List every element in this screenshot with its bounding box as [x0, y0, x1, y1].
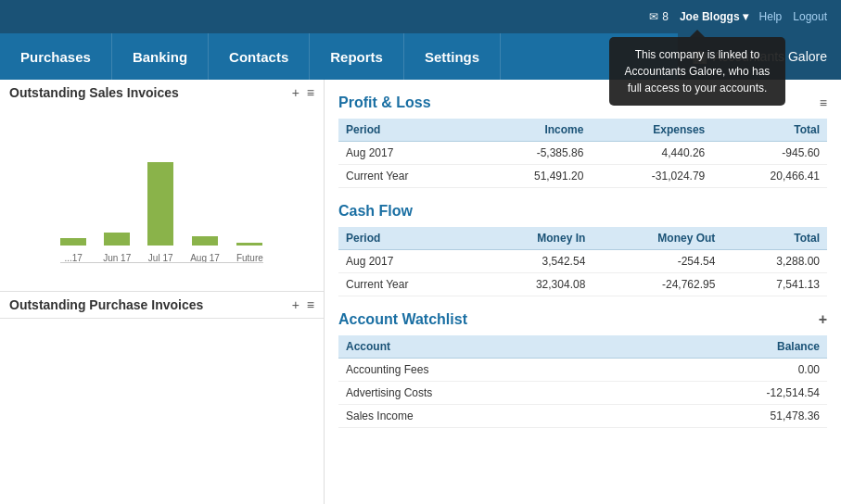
cf-money-in-1: 32,304.08	[478, 273, 593, 296]
wl-balance-0: 0.00	[631, 359, 827, 382]
profit-loss-table: Period Income Expenses Total Aug 2017 -5…	[338, 119, 827, 188]
pl-total-1: 20,466.41	[712, 165, 827, 188]
cash-flow-section: Cash Flow Period Money In Money Out Tota…	[338, 203, 827, 296]
cash-flow-title: Cash Flow	[338, 203, 827, 220]
purchases-widget-header: Outstanding Purchase Invoices + ≡	[0, 292, 324, 318]
cf-money-out-0: -254.54	[593, 250, 722, 273]
grid-icon[interactable]: ≡	[307, 85, 314, 100]
wl-row-1: Advertising Costs -12,514.54	[338, 382, 827, 405]
grid-icon-purchases[interactable]: ≡	[307, 297, 314, 312]
mail-icon: ✉	[649, 10, 658, 23]
wl-row-0: Accounting Fees 0.00	[338, 359, 827, 382]
top-bar: ✉ 8 Joe Bloggs ▾ Help Logout	[0, 0, 841, 33]
message-count: 8	[662, 10, 669, 23]
purchases-widget-title: Outstanding Purchase Invoices	[9, 297, 203, 312]
watchlist-label: Account Watchlist	[338, 311, 467, 328]
pl-row-0: Aug 2017 -5,385.86 4,440.26 -945.60	[338, 142, 827, 165]
message-area[interactable]: ✉ 8	[649, 10, 669, 23]
nav-purchases[interactable]: Purchases	[0, 33, 112, 80]
pl-col-income: Income	[477, 119, 592, 142]
wl-account-0[interactable]: Accounting Fees	[338, 359, 631, 382]
wl-col-balance: Balance	[631, 335, 827, 359]
wl-header-row: Account Balance	[338, 335, 827, 359]
cf-col-money-out: Money Out	[593, 227, 722, 250]
bar-group-3: Aug 17	[190, 236, 220, 263]
cash-flow-table: Period Money In Money Out Total Aug 2017…	[338, 227, 827, 296]
wl-account-1[interactable]: Advertising Costs	[338, 382, 631, 405]
purchases-widget: Outstanding Purchase Invoices + ≡	[0, 292, 324, 319]
chart-axis	[60, 262, 263, 263]
sales-widget: Outstanding Sales Invoices + ≡ ...17 Jun…	[0, 80, 324, 292]
cf-col-period: Period	[338, 227, 478, 250]
profit-loss-section: Profit & Loss ≡ Period Income Expenses T…	[338, 94, 827, 188]
username-dropdown[interactable]: Joe Bloggs ▾	[680, 10, 748, 23]
wl-row-2: Sales Income 51,478.36	[338, 405, 827, 428]
cf-total-1: 7,541.13	[722, 273, 827, 296]
pl-period-1: Current Year	[338, 165, 477, 188]
sales-widget-title: Outstanding Sales Invoices	[9, 85, 179, 100]
bar-group-2: Jul 17	[147, 162, 173, 263]
left-panel: Outstanding Sales Invoices + ≡ ...17 Jun…	[0, 80, 325, 504]
pl-row-1: Current Year 51,491.20 -31,024.79 20,466…	[338, 165, 827, 188]
cf-row-1: Current Year 32,304.08 -24,762.95 7,541.…	[338, 273, 827, 296]
watchlist-section: Account Watchlist + Account Balance Acco…	[338, 311, 827, 428]
bar-2	[147, 162, 173, 246]
tooltip-text: This company is linked to Accountants Ga…	[625, 48, 771, 94]
wl-balance-2: 51,478.36	[631, 405, 827, 428]
wl-col-account: Account	[338, 335, 631, 359]
bar-3	[192, 236, 218, 246]
cf-col-total: Total	[722, 227, 827, 250]
logout-link[interactable]: Logout	[793, 10, 827, 23]
watchlist-table: Account Balance Accounting Fees 0.00 Adv…	[338, 335, 827, 428]
pl-income-1: 51,491.20	[477, 165, 592, 188]
bar-group-1: Jun 17	[103, 233, 131, 263]
cf-money-out-1: -24,762.95	[593, 273, 722, 296]
chart-bars: ...17 Jun 17 Jul 17 Aug 17	[60, 133, 263, 282]
bar-0	[60, 238, 86, 246]
nav-reports[interactable]: Reports	[310, 33, 404, 80]
plus-icon-purchases[interactable]: +	[292, 297, 299, 312]
pl-period-0: Aug 2017	[338, 142, 477, 165]
nav-settings[interactable]: Settings	[404, 33, 501, 80]
right-panel: Profit & Loss ≡ Period Income Expenses T…	[325, 80, 841, 504]
bar-group-0: ...17	[60, 238, 86, 263]
cf-period-0: Aug 2017	[338, 250, 478, 273]
pl-col-total: Total	[712, 119, 827, 142]
tooltip-arrow	[690, 30, 705, 37]
wl-account-2[interactable]: Sales Income	[338, 405, 631, 428]
bar-group-4: Future	[236, 243, 263, 263]
cf-period-1: Current Year	[338, 273, 478, 296]
add-watchlist-icon[interactable]: +	[819, 311, 827, 328]
bar-4	[236, 243, 262, 246]
pl-expenses-1: -31,024.79	[591, 165, 712, 188]
username-label: Joe Bloggs	[680, 10, 740, 23]
accountants-tooltip: This company is linked to Accountants Ga…	[609, 37, 785, 106]
profit-loss-header-row: Period Income Expenses Total	[338, 119, 827, 142]
sales-widget-icons: + ≡	[292, 85, 314, 100]
nav-banking[interactable]: Banking	[112, 33, 209, 80]
chevron-down-icon: ▾	[743, 10, 748, 23]
pl-expenses-0: 4,440.26	[591, 142, 712, 165]
cf-row-0: Aug 2017 3,542.54 -254.54 3,288.00	[338, 250, 827, 273]
cf-col-money-in: Money In	[478, 227, 593, 250]
plus-icon[interactable]: +	[292, 85, 299, 100]
cf-money-in-0: 3,542.54	[478, 250, 593, 273]
pl-income-0: -5,385.86	[477, 142, 592, 165]
pl-col-expenses: Expenses	[591, 119, 712, 142]
cf-header-row: Period Money In Money Out Total	[338, 227, 827, 250]
profit-loss-label: Profit & Loss	[338, 94, 431, 111]
profit-loss-grid-icon[interactable]: ≡	[820, 95, 827, 110]
sales-chart: ...17 Jun 17 Jul 17 Aug 17	[0, 106, 324, 291]
help-link[interactable]: Help	[759, 10, 783, 23]
pl-col-period: Period	[338, 119, 477, 142]
cash-flow-label: Cash Flow	[338, 203, 413, 220]
nav-contacts[interactable]: Contacts	[209, 33, 310, 80]
pl-total-0: -945.60	[712, 142, 827, 165]
main-content: Outstanding Sales Invoices + ≡ ...17 Jun…	[0, 80, 841, 504]
watchlist-title: Account Watchlist +	[338, 311, 827, 328]
cf-total-0: 3,288.00	[722, 250, 827, 273]
bar-1	[104, 233, 130, 246]
sales-widget-header: Outstanding Sales Invoices + ≡	[0, 80, 324, 106]
wl-balance-1: -12,514.54	[631, 382, 827, 405]
purchases-widget-icons: + ≡	[292, 297, 314, 312]
